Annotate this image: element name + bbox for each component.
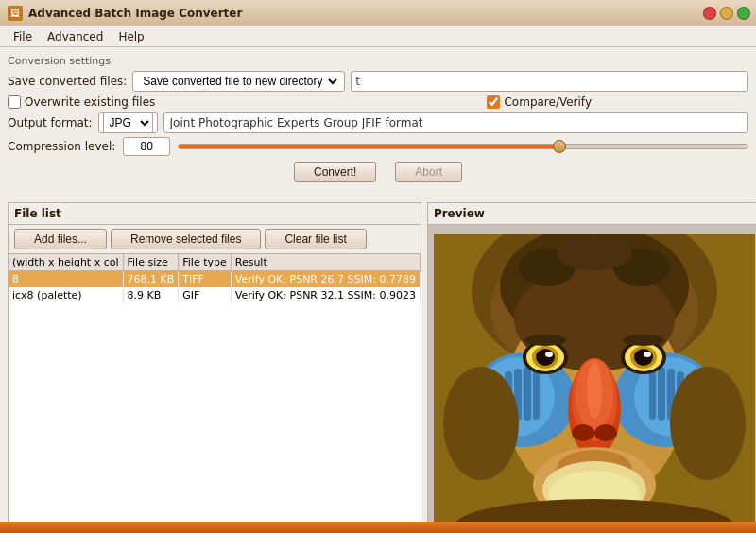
format-description: Joint Photographic Experts Group JFIF fo… xyxy=(163,112,748,133)
compression-input[interactable] xyxy=(123,137,170,156)
preview-panel: Preview xyxy=(427,202,756,533)
app-icon: 🖼 xyxy=(8,6,23,21)
output-format-row: Output format: JPG PNG BMP TIFF GIF Join… xyxy=(8,112,748,133)
table-row[interactable]: 8 768.1 KB TIFF Verify OK: PSNR 26.7 SSI… xyxy=(9,271,420,288)
menu-file[interactable]: File xyxy=(6,28,40,45)
col-result: Result xyxy=(231,254,420,271)
svg-point-42 xyxy=(443,367,519,480)
file-table: (width x height x col File size File typ… xyxy=(9,254,421,533)
overwrite-check-group: Overwrite existing files xyxy=(8,95,155,109)
remove-selected-button[interactable]: Remove selected files xyxy=(111,229,261,249)
conversion-settings: Conversion settings Save converted files… xyxy=(8,53,748,194)
panels-container: File list Add files... Remove selected f… xyxy=(8,202,748,533)
svg-point-47 xyxy=(557,236,632,270)
compression-row: Compression level: xyxy=(8,137,748,156)
save-label: Save converted files: xyxy=(8,75,127,88)
table-row[interactable]: icx8 (palette) 8.9 KB GIF Verify OK: PSN… xyxy=(9,287,420,303)
title-bar: 🖼 Advanced Batch Image Converter xyxy=(0,0,756,26)
abort-button[interactable]: Abort xyxy=(395,162,462,182)
window-controls xyxy=(703,7,750,20)
svg-rect-18 xyxy=(658,367,665,421)
format-select-wrapper[interactable]: JPG PNG BMP TIFF GIF xyxy=(98,112,158,133)
cell-result: Verify OK: PSNR 32.1 SSIM: 0.9023 xyxy=(231,287,420,303)
menu-help[interactable]: Help xyxy=(111,28,151,45)
col-name: (width x height x col xyxy=(9,254,123,271)
window-title: Advanced Batch Image Converter xyxy=(28,7,242,20)
cell-name: icx8 (palette) xyxy=(9,287,123,303)
add-files-button[interactable]: Add files... xyxy=(14,229,107,249)
conversion-settings-label: Conversion settings xyxy=(8,55,748,67)
cell-result: Verify OK: PSNR 26.7 SSIM: 0.7789 xyxy=(231,271,420,288)
svg-rect-19 xyxy=(649,370,656,420)
cell-type: GIF xyxy=(179,287,231,303)
svg-point-37 xyxy=(623,335,664,346)
svg-point-29 xyxy=(536,349,555,366)
clear-file-list-button[interactable]: Clear file list xyxy=(265,229,366,249)
bottom-bar xyxy=(0,522,756,533)
compression-slider-thumb[interactable] xyxy=(553,140,566,153)
menu-advanced[interactable]: Advanced xyxy=(40,28,111,45)
overwrite-checkbox[interactable] xyxy=(8,95,21,109)
svg-point-24 xyxy=(572,424,594,441)
overwrite-label: Overwrite existing files xyxy=(25,95,155,109)
file-list-header: File list xyxy=(9,203,421,225)
svg-point-23 xyxy=(587,362,602,419)
main-content: Conversion settings Save converted files… xyxy=(0,47,756,533)
compare-check-group: Compare/Verify xyxy=(487,95,592,109)
output-format-label: Output format: xyxy=(8,116,93,129)
close-button[interactable] xyxy=(703,7,716,20)
maximize-button[interactable] xyxy=(737,7,750,20)
compare-checkbox[interactable] xyxy=(487,95,500,109)
svg-point-34 xyxy=(634,349,653,366)
col-type: File type xyxy=(179,254,231,271)
save-option-select[interactable]: Save converted file to new directory Sav… xyxy=(132,71,345,92)
section-divider xyxy=(8,198,748,198)
col-size: File size xyxy=(123,254,179,271)
file-list-panel: File list Add files... Remove selected f… xyxy=(8,202,421,533)
cell-name: 8 xyxy=(9,271,123,288)
preview-image xyxy=(434,234,755,532)
convert-abort-row: Convert! Abort xyxy=(8,162,748,182)
save-option-dropdown[interactable]: Save converted file to new directory Sav… xyxy=(137,71,340,92)
svg-rect-12 xyxy=(533,370,540,420)
compression-label: Compression level: xyxy=(8,140,115,153)
menu-bar: File Advanced Help xyxy=(0,26,756,47)
preview-header: Preview xyxy=(428,203,756,225)
svg-point-35 xyxy=(644,352,651,357)
output-path-field[interactable]: t xyxy=(351,71,748,92)
file-action-buttons: Add files... Remove selected files Clear… xyxy=(9,225,421,254)
svg-point-36 xyxy=(524,335,566,346)
svg-point-25 xyxy=(594,424,617,441)
format-dropdown[interactable]: JPG PNG BMP TIFF GIF xyxy=(103,112,153,133)
compression-slider-container xyxy=(178,137,748,156)
cell-size: 8.9 KB xyxy=(123,287,179,303)
overwrite-compare-row: Overwrite existing files Compare/Verify xyxy=(8,95,748,109)
svg-point-30 xyxy=(545,352,553,357)
save-files-row: Save converted files: Save converted fil… xyxy=(8,71,748,92)
compression-slider-track[interactable] xyxy=(178,144,748,149)
cell-size: 768.1 KB xyxy=(123,271,179,288)
minimize-button[interactable] xyxy=(720,7,733,20)
svg-rect-11 xyxy=(524,367,531,421)
convert-button[interactable]: Convert! xyxy=(294,162,376,182)
cell-type: TIFF xyxy=(179,271,231,288)
preview-image-area xyxy=(428,225,756,533)
svg-point-43 xyxy=(670,367,746,480)
compare-label: Compare/Verify xyxy=(504,95,592,109)
